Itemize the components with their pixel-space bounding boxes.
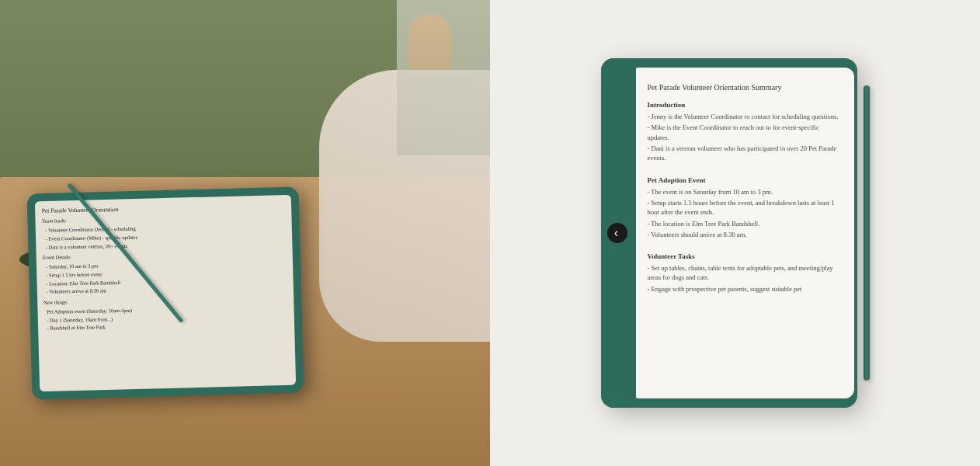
- document-title: Pet Parade Volunteer Orientation Summary: [648, 83, 842, 92]
- ereader-sidebar: ‹: [601, 58, 636, 408]
- left-photo-panel: Pet Parade Volunteer Orientation Team le…: [0, 0, 490, 466]
- pet-bullet-1: - The event is on Saturday from 10 am to…: [648, 187, 842, 196]
- intro-bullet-2: - Mike is the Event Coordinator to reach…: [648, 123, 842, 142]
- intro-bullet-3: - Dani is a veteran volunteer who has pa…: [648, 144, 842, 163]
- ereader-left-screen: Pet Parade Volunteer Orientation Team le…: [35, 195, 296, 392]
- person-body: [397, 0, 490, 155]
- photo-background: Pet Parade Volunteer Orientation Team le…: [0, 0, 490, 466]
- ereader-right-device: ‹ Pet Parade Volunteer Orientation Summa…: [601, 58, 857, 408]
- handwriting-text: Pet Parade Volunteer Orientation Team le…: [42, 202, 288, 332]
- section-introduction-heading: Introduction: [648, 101, 842, 109]
- right-panel: ‹ Pet Parade Volunteer Orientation Summa…: [490, 0, 980, 466]
- ereader-left-device: Pet Parade Volunteer Orientation Team le…: [26, 186, 304, 399]
- pet-bullet-4: - Volunteers should arrive at 8:30 am.: [648, 230, 842, 239]
- stylus-right: [864, 85, 870, 381]
- ereader-right-wrapper: ‹ Pet Parade Volunteer Orientation Summa…: [601, 58, 870, 408]
- section-volunteer-tasks-heading: Volunteer Tasks: [648, 252, 842, 260]
- ereader-right-screen: Pet Parade Volunteer Orientation Summary…: [635, 68, 854, 398]
- task-bullet-1: - Set up tables, chains, table tents for…: [648, 263, 842, 283]
- pet-bullet-3: - The location is Elm Tree Park Bandshel…: [648, 219, 842, 228]
- pet-bullet-2: - Setup starts 1.5 hours before the even…: [648, 198, 842, 217]
- section-pet-adoption-heading: Pet Adoption Event: [648, 176, 842, 184]
- back-button[interactable]: ‹: [607, 223, 627, 243]
- intro-bullet-1: - Jenny is the Volunteer Coordinator to …: [648, 112, 842, 121]
- task-bullet-2: - Engage with prospective pet parents, s…: [648, 284, 842, 294]
